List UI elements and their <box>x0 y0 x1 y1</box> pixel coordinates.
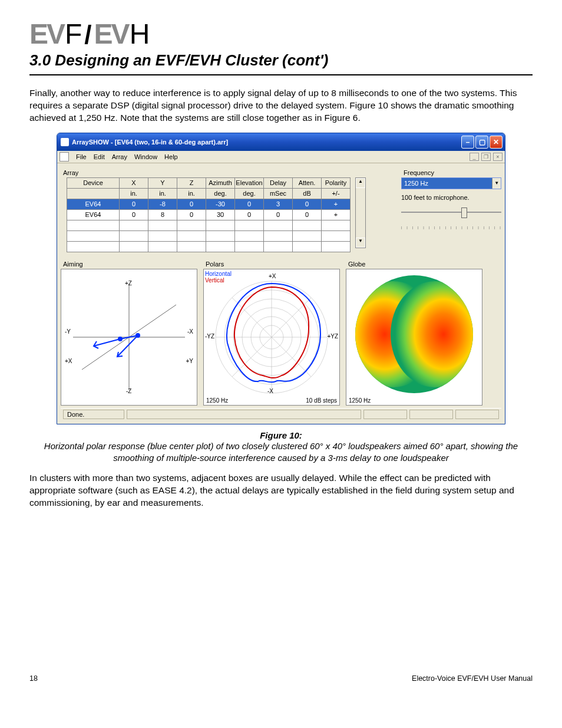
menu-window[interactable]: Window <box>134 153 157 160</box>
section-title: 3.0 Designing an EVF/EVH Cluster (cont') <box>29 51 533 70</box>
col-delay: Delay <box>264 177 293 188</box>
menu-edit[interactable]: Edit <box>94 153 105 160</box>
page-number: 18 <box>29 674 38 683</box>
logo-slash: / <box>83 20 92 50</box>
logo-h: H <box>130 18 150 50</box>
globe-label: Globe <box>348 261 482 268</box>
logo-ev2: EV <box>94 18 128 50</box>
legend-horizontal: Horizontal <box>205 271 232 277</box>
section-rule <box>29 74 533 75</box>
figure-label: Figure 10: <box>29 430 533 440</box>
axis-minus-x-polar: -X <box>267 388 273 394</box>
axis-plus-y: +Y <box>186 358 193 364</box>
window-title: ArraySHOW - [EV64 (two, 16-in & 60-deg a… <box>72 139 228 146</box>
distance-label: 100 feet to microphone. <box>401 194 501 201</box>
polars-legend: Horizontal Vertical <box>205 271 232 284</box>
aiming-label: Aiming <box>63 261 197 268</box>
status-text: Done. <box>63 410 124 419</box>
slider-ticks: ||||||||||||||||||| <box>401 226 501 228</box>
table-row[interactable] <box>67 230 351 241</box>
col-atten: Atten. <box>293 177 322 188</box>
col-x: X <box>120 177 148 188</box>
col-y: Y <box>148 177 177 188</box>
distance-slider[interactable] <box>401 207 501 218</box>
menubar: File Edit Array Window Help _ ❐ × <box>57 151 505 163</box>
paragraph-1: Finally, another way to reduce interfere… <box>29 87 533 124</box>
array-panel-label: Array <box>63 169 394 176</box>
axis-minus-y: -Y <box>65 328 71 335</box>
arrayshow-window: ArraySHOW - [EV64 (two, 16-in & 60-deg a… <box>57 133 505 424</box>
polars-label: Polars <box>206 261 340 268</box>
menu-file[interactable]: File <box>76 153 87 160</box>
polars-footer-right: 10 dB steps <box>306 397 337 404</box>
scroll-down-button[interactable]: ▼ <box>356 238 365 248</box>
status-cell <box>363 410 407 419</box>
table-row[interactable]: EV64 0 -8 0 -30 0 3 0 + <box>67 199 351 209</box>
menu-array[interactable]: Array <box>112 153 127 160</box>
document-icon <box>59 152 69 162</box>
col-polarity: Polarity <box>322 177 351 188</box>
logo-f: F <box>65 18 82 50</box>
axis-plus-x: +X <box>65 358 72 364</box>
axis-plus-yz: +YZ <box>327 333 338 340</box>
axis-plus-z: +Z <box>125 280 132 286</box>
globe-plot[interactable]: 1250 Hz <box>346 269 482 406</box>
status-cell <box>409 410 453 419</box>
statusbar: Done. <box>61 408 501 420</box>
minimize-button[interactable]: – <box>461 136 474 149</box>
col-elevation: Elevation <box>235 177 264 188</box>
status-cell <box>127 410 361 419</box>
globe-footer: 1250 Hz <box>349 397 371 404</box>
figure-caption: Horizontal polar response (blue center p… <box>29 440 533 465</box>
array-table[interactable]: Device X Y Z Azimuth Elevation Delay Att… <box>67 177 351 252</box>
menu-help[interactable]: Help <box>164 153 178 160</box>
chevron-down-icon[interactable]: ▼ <box>492 178 501 189</box>
col-device: Device <box>67 177 120 188</box>
titlebar[interactable]: ArraySHOW - [EV64 (two, 16-in & 60-deg a… <box>57 133 505 151</box>
table-units-row: in. in. in. deg. deg. mSec dB +/- <box>67 188 351 199</box>
scroll-up-button[interactable]: ▲ <box>356 178 365 188</box>
mdi-restore-button[interactable]: ❐ <box>481 153 491 161</box>
table-row[interactable] <box>67 241 351 252</box>
paragraph-2: In clusters with more than two systems, … <box>29 472 533 509</box>
polars-plot[interactable]: Horizontal Vertical +X -X -YZ +YZ 1250 H… <box>203 269 340 406</box>
table-row[interactable] <box>67 220 351 230</box>
status-cell <box>455 410 499 419</box>
maximize-button[interactable]: ▢ <box>475 136 488 149</box>
svg-line-3 <box>94 339 120 346</box>
mdi-close-button[interactable]: × <box>493 153 503 161</box>
frequency-combo[interactable]: ▼ <box>401 177 501 189</box>
brand-logo: EV F / EV H <box>29 18 533 50</box>
axis-minus-yz: -YZ <box>205 333 214 340</box>
table-header-row: Device X Y Z Azimuth Elevation Delay Att… <box>67 177 351 188</box>
logo-ev1: EV <box>29 18 64 50</box>
legend-vertical: Vertical <box>205 277 232 284</box>
table-row[interactable]: EV64 0 8 0 30 0 0 0 + <box>67 209 351 220</box>
polars-footer-left: 1250 Hz <box>206 397 228 404</box>
axis-minus-z: -Z <box>126 388 131 394</box>
col-azimuth: Azimuth <box>206 177 235 188</box>
table-scrollbar[interactable]: ▲ ▼ <box>355 177 366 248</box>
app-icon <box>61 138 69 146</box>
svg-point-21 <box>391 281 479 387</box>
frequency-label: Frequency <box>404 169 501 176</box>
col-z: Z <box>177 177 206 188</box>
axis-plus-x-polar: +X <box>269 273 276 279</box>
mdi-minimize-button[interactable]: _ <box>470 153 479 161</box>
close-button[interactable]: ✕ <box>490 136 503 149</box>
frequency-input[interactable] <box>402 178 492 189</box>
manual-title: Electro-Voice EVF/EVH User Manual <box>412 674 533 683</box>
aiming-plot[interactable]: +Z -Z -Y +X -X +Y <box>61 269 197 406</box>
axis-minus-x: -X <box>187 328 193 335</box>
